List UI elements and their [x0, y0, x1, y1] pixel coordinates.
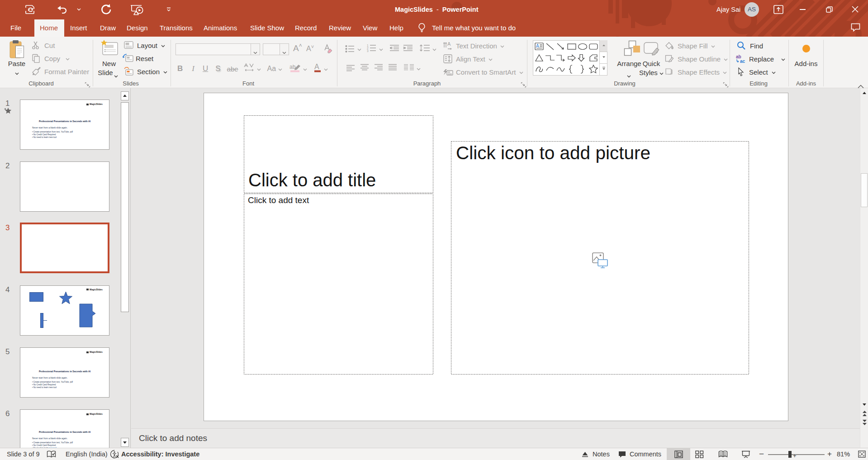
- svg-text:A: A: [314, 63, 319, 71]
- svg-text:A: A: [447, 41, 451, 47]
- svg-text:ac: ac: [740, 59, 745, 63]
- svg-text:A: A: [536, 43, 539, 48]
- svg-text:3: 3: [367, 49, 369, 52]
